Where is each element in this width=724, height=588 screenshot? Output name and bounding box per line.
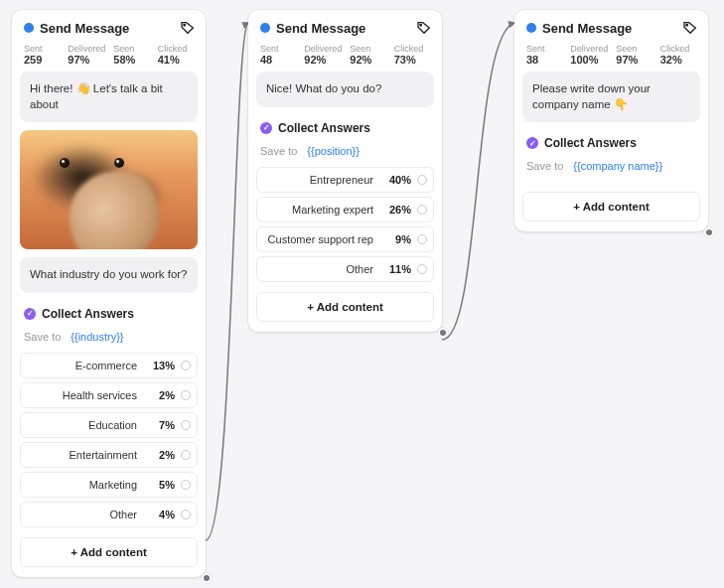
answer-option[interactable]: Other11%	[256, 256, 434, 282]
answer-port[interactable]	[181, 450, 191, 460]
answer-option[interactable]: Education7%	[20, 412, 198, 438]
node-type-dot	[260, 23, 270, 33]
svg-point-0	[184, 25, 186, 27]
check-icon: ✓	[24, 308, 36, 320]
svg-point-2	[686, 25, 688, 27]
tag-icon[interactable]	[180, 20, 196, 36]
answer-port[interactable]	[181, 390, 191, 400]
stats-row: Sent48 Delivered92% Seen92% Clicked73%	[256, 42, 434, 72]
svg-point-1	[420, 25, 422, 27]
gif-attachment[interactable]	[20, 130, 198, 249]
check-icon: ✓	[526, 137, 538, 149]
answer-port[interactable]	[417, 205, 427, 215]
save-to-row[interactable]: Save to {{company name}}	[522, 154, 700, 182]
message-block[interactable]: Hi there! 👋 Let's talk a bit about	[20, 72, 198, 122]
card-title: Send Message	[542, 21, 676, 36]
card-title: Send Message	[40, 21, 174, 36]
node-out-port[interactable]	[202, 573, 212, 583]
node-type-dot	[24, 23, 34, 33]
node-card-1[interactable]: Send Message Sent259 Delivered97% Seen58…	[12, 10, 206, 577]
answer-option[interactable]: Other4%	[20, 502, 198, 527]
card-title: Send Message	[276, 21, 410, 36]
stats-row: Sent38 Delivered100% Seen97% Clicked32%	[522, 42, 700, 72]
collect-answers-header: ✓ Collect Answers	[20, 301, 198, 325]
node-type-dot	[526, 23, 536, 33]
answer-option[interactable]: Health services2%	[20, 382, 198, 408]
answer-option[interactable]: Entrepreneur40%	[256, 167, 434, 193]
message-block[interactable]: Nice! What do you do?	[256, 72, 434, 107]
tag-icon[interactable]	[416, 20, 432, 36]
message-block[interactable]: Please write down your company name 👇	[522, 72, 700, 122]
answer-port[interactable]	[417, 234, 427, 244]
variable-chip: {{company name}}	[573, 160, 662, 172]
node-out-port[interactable]	[704, 227, 714, 237]
stats-row: Sent259 Delivered97% Seen58% Clicked41%	[20, 42, 198, 72]
answer-option[interactable]: Marketing expert26%	[256, 197, 434, 222]
answer-option[interactable]: E-commerce13%	[20, 353, 198, 378]
tag-icon[interactable]	[682, 20, 698, 36]
answer-option[interactable]: Entertainment2%	[20, 442, 198, 468]
answer-option[interactable]: Customer support rep9%	[256, 226, 434, 252]
variable-chip: {{industry}}	[71, 331, 123, 343]
collect-answers-header: ✓ Collect Answers	[256, 115, 434, 139]
add-content-button[interactable]: + Add content	[256, 292, 434, 322]
answer-port[interactable]	[181, 420, 191, 430]
answer-port[interactable]	[181, 510, 191, 519]
node-out-port[interactable]	[438, 328, 448, 338]
add-content-button[interactable]: + Add content	[20, 537, 198, 567]
node-card-3[interactable]: Send Message Sent38 Delivered100% Seen97…	[514, 10, 708, 231]
check-icon: ✓	[260, 122, 272, 134]
collect-answers-header: ✓ Collect Answers	[522, 130, 700, 154]
message-block[interactable]: What industry do you work for?	[20, 257, 198, 293]
variable-chip: {{position}}	[307, 145, 360, 157]
answer-port[interactable]	[181, 480, 191, 490]
answer-port[interactable]	[181, 361, 191, 370]
save-to-row[interactable]: Save to {{position}}	[256, 139, 434, 167]
add-content-button[interactable]: + Add content	[522, 192, 700, 221]
answer-port[interactable]	[417, 264, 427, 274]
answer-option[interactable]: Marketing5%	[20, 472, 198, 498]
node-card-2[interactable]: Send Message Sent48 Delivered92% Seen92%…	[248, 10, 442, 332]
save-to-row[interactable]: Save to {{industry}}	[20, 325, 198, 353]
answer-port[interactable]	[417, 175, 427, 185]
